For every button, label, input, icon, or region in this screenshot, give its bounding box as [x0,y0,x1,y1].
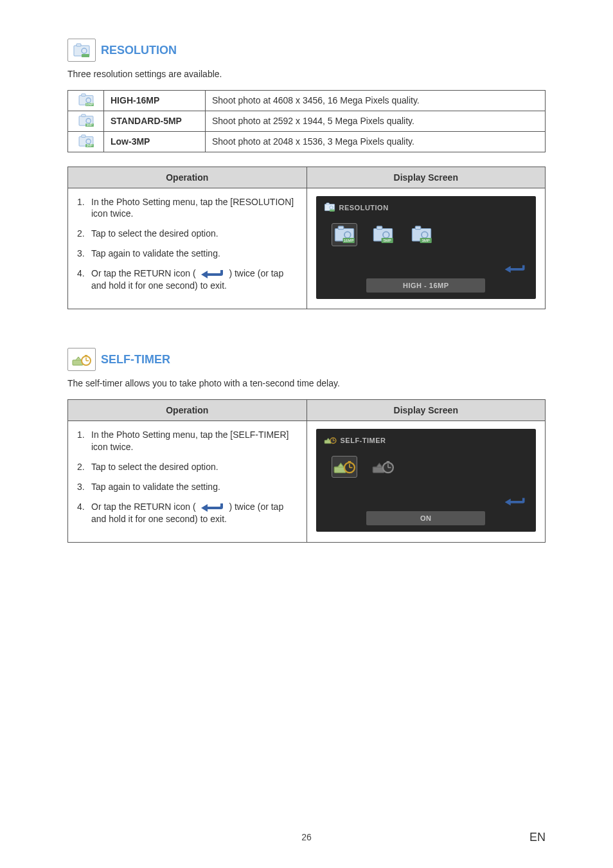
selftimer-status-label: ON [366,511,485,525]
svg-rect-34 [415,226,421,229]
svg-rect-29 [377,226,382,229]
resolution-row-desc: Shoot photo at 2048 x 1536, 3 Mega Pixel… [206,131,546,152]
resolution-title: RESOLUTION [101,44,177,57]
operation-step: 3.Tap again to validate the setting. [77,481,298,493]
resolution-row-icon: 3MP [68,131,104,152]
svg-rect-24 [338,226,344,229]
resolution-row-name: Low-3MP [104,131,206,152]
svg-rect-10 [81,114,85,117]
resolution-header-icon [67,39,96,62]
resolution-option-3mp[interactable]: 3MP [409,223,434,246]
resolution-row-name: HIGH-16MP [104,90,206,111]
resolution-row-name: STANDARD-5MP [104,111,206,131]
svg-text:5MP: 5MP [383,239,391,242]
return-icon [199,268,229,278]
return-button[interactable] [502,496,528,509]
resolution-screen-title: RESOLUTION [339,204,389,212]
resolution-description: Three resolution settings are available. [67,68,546,81]
operation-step: 4.Or tap the RETURN icon ( ) twice (or t… [77,501,298,525]
return-button[interactable] [502,263,528,276]
operation-step: 2.Tap to select the desired option. [77,461,298,473]
display-header: Display Screen [306,399,546,420]
operation-cell: 1.In the Photo Setting menu, tap the [RE… [68,188,307,309]
page-language: EN [529,831,546,844]
selftimer-option-on[interactable] [332,456,357,478]
resolution-options-table: 16MP HIGH-16MP Shoot photo at 4608 x 345… [67,90,546,152]
svg-rect-22 [330,209,335,211]
resolution-option-5mp[interactable]: 5MP [370,223,396,246]
resolution-row-icon: 5MP [68,111,104,131]
svg-text:3MP: 3MP [86,144,92,147]
resolution-option-16mp[interactable]: 16MP [332,223,357,246]
return-icon [199,502,229,512]
table-row: 16MP HIGH-16MP Shoot photo at 4608 x 345… [68,90,546,111]
operation-step: 2.Tap to select the desired option. [77,228,298,240]
selftimer-title: SELF-TIMER [101,353,170,366]
resolution-operation-table: Operation Display Screen 1.In the Photo … [67,167,546,310]
resolution-row-desc: Shoot photo at 4608 x 3456, 16 Mega Pixe… [206,90,546,111]
resolution-display-screen: RESOLUTION 16MP 5MP 3MP [316,196,537,299]
svg-rect-20 [326,203,328,204]
display-header: Display Screen [306,167,546,188]
table-row: 5MP STANDARD-5MP Shoot photo at 2592 x 1… [68,111,546,131]
operation-header: Operation [68,167,307,188]
svg-rect-15 [81,135,85,138]
operation-step: 1.In the Photo Setting menu, tap the [RE… [77,196,298,221]
selftimer-display-screen: SELF-TIMER ON [316,429,537,532]
operation-header: Operation [68,399,307,420]
svg-rect-3 [82,54,89,57]
svg-text:3MP: 3MP [422,239,429,242]
operation-step: 1.In the Photo Setting menu, tap the [SE… [77,429,298,453]
svg-text:16MP: 16MP [343,239,353,242]
svg-text:16MP: 16MP [85,103,93,106]
resolution-row-desc: Shoot photo at 2592 x 1944, 5 Mega Pixel… [206,111,546,131]
page-footer: 26 EN [0,832,613,842]
selftimer-header-icon [67,348,96,371]
selftimer-screen-title: SELF-TIMER [341,437,386,444]
resolution-option-icons: 16MP 5MP 3MP [332,223,529,246]
operation-step: 4.Or tap the RETURN icon ( ) twice (or t… [77,267,298,292]
resolution-screen-icon [324,203,335,213]
selftimer-screen-icon [324,435,337,446]
svg-rect-5 [81,94,85,96]
svg-text:5MP: 5MP [86,123,92,127]
operation-step: 3.Tap again to validate the setting. [77,248,298,260]
resolution-row-icon: 16MP [68,90,104,111]
resolution-status-label: HIGH - 16MP [366,278,485,293]
selftimer-option-off[interactable] [370,456,396,478]
selftimer-section-header: SELF-TIMER [67,348,546,371]
selftimer-option-icons [332,456,529,478]
display-cell: RESOLUTION 16MP 5MP 3MP [306,188,546,309]
svg-rect-1 [76,44,81,46]
operation-cell: 1.In the Photo Setting menu, tap the [SE… [68,420,307,542]
selftimer-description: The self-timer allows you to take photo … [67,377,546,390]
page-number: 26 [301,832,312,842]
display-cell: SELF-TIMER ON [306,420,546,542]
selftimer-operation-table: Operation Display Screen 1.In the Photo … [67,399,546,543]
table-row: 3MP Low-3MP Shoot photo at 2048 x 1536, … [68,131,546,152]
resolution-section-header: RESOLUTION [67,39,546,62]
